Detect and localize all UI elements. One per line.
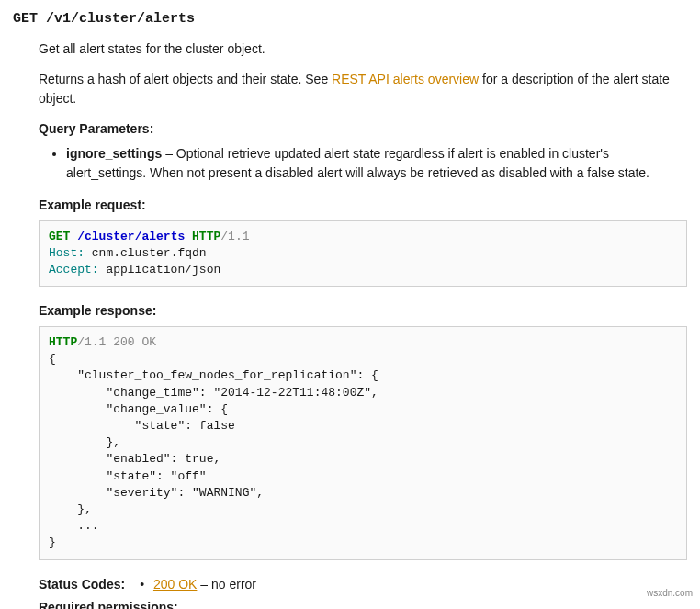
req-method: GET	[49, 230, 70, 243]
param-name: ignore_settings	[66, 146, 162, 161]
accept-value: application/json	[99, 263, 221, 276]
host-value: cnm.cluster.fqdn	[85, 246, 207, 260]
req-version: /1.1	[220, 230, 249, 243]
endpoint-header: GET /v1/cluster/alerts	[13, 9, 687, 30]
query-params-list: ignore_settings – Optional retrieve upda…	[66, 144, 687, 183]
http-method: GET	[13, 11, 38, 27]
description-text: Get all alert states for the cluster obj…	[39, 39, 687, 59]
returns-prefix: Returns a hash of alert objects and thei…	[39, 72, 332, 86]
query-params-label: Query Parameters:	[39, 119, 687, 139]
host-label: Host:	[49, 246, 85, 260]
resp-status-line: /1.1 200 OK	[77, 335, 156, 349]
req-path: /cluster/alerts	[77, 230, 185, 243]
example-request-code: GET /cluster/alerts HTTP/1.1 Host: cnm.c…	[39, 220, 687, 288]
list-item: ignore_settings – Optional retrieve upda…	[66, 144, 687, 183]
permissions-row: Required permissions: view_cluster_alert…	[39, 598, 687, 610]
status-codes-row: Status Codes: • 200 OK – no error	[39, 575, 687, 594]
returns-paragraph: Returns a hash of alert objects and thei…	[39, 70, 687, 108]
example-request-label: Example request:	[39, 196, 687, 215]
bullet-icon: •	[140, 577, 144, 592]
accept-label: Accept:	[49, 263, 99, 276]
status-200-link[interactable]: 200 OK	[153, 577, 197, 592]
endpoint-path: /v1/cluster/alerts	[46, 11, 195, 27]
watermark-text: wsxdn.com	[647, 586, 693, 600]
rest-api-alerts-link[interactable]: REST API alerts overview	[332, 72, 479, 86]
status-codes-content: • 200 OK – no error	[134, 575, 256, 594]
status-desc: – no error	[197, 577, 256, 592]
status-codes-label: Status Codes:	[39, 575, 125, 594]
resp-protocol: HTTP	[49, 335, 77, 349]
content-body: Get all alert states for the cluster obj…	[39, 39, 687, 610]
resp-body: { "cluster_too_few_nodes_for_replication…	[49, 352, 378, 549]
req-protocol: HTTP	[192, 230, 220, 243]
example-response-label: Example response:	[39, 301, 687, 321]
example-response-code: HTTP/1.1 200 OK { "cluster_too_few_nodes…	[39, 326, 687, 559]
permissions-label: Required permissions:	[39, 598, 687, 610]
